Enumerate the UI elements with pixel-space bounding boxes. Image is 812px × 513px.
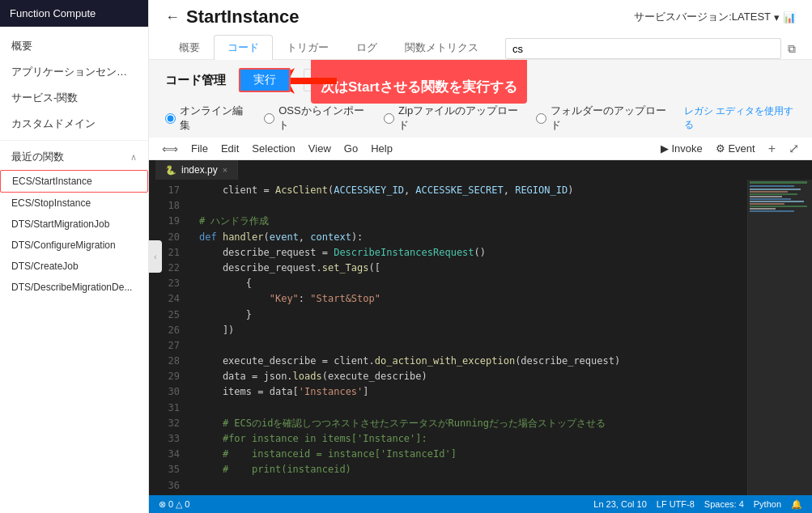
recent-item-dts-configure[interactable]: DTS/ConfigureMigration <box>0 235 148 256</box>
page-title: StartInstance <box>186 6 299 28</box>
editor-actions: ▶ Invoke ⚙ Event + ⤢ <box>661 141 799 156</box>
legacy-editor-link[interactable]: レガシ エディタを使用する <box>684 104 796 132</box>
file-tab-index-py[interactable]: 🐍 index.py × <box>155 160 238 180</box>
editor-menu-left: ⟺ File Edit Selection View Go Help <box>162 142 393 155</box>
help-icon[interactable]: ? <box>380 74 386 87</box>
sidebar-nav: 概要 アプリケーションセンター サービス-関数 カスタムドメイン 最近の関数 ∧… <box>0 27 148 513</box>
recent-item-ecs-start[interactable]: ECS/StartInstance <box>0 170 148 193</box>
editor-menu-edit[interactable]: Edit <box>221 142 239 155</box>
sidebar-item-app-center[interactable]: アプリケーションセンター <box>0 59 148 85</box>
recent-item-dts-create[interactable]: DTS/CreateJob <box>0 256 148 277</box>
service-version: サービスバージョン:LATEST ▾ 📊 <box>634 10 796 24</box>
editor-menu-help[interactable]: Help <box>371 142 393 155</box>
page-header: ← StartInstance サービスバージョン:LATEST ▾ 📊 概要 … <box>149 0 812 60</box>
radio-zip-upload[interactable]: Zipファイルのアップロード <box>384 104 520 133</box>
tab-trigger[interactable]: トリガー <box>273 35 342 60</box>
main-content: ← StartInstance サービスバージョン:LATEST ▾ 📊 概要 … <box>149 0 812 513</box>
status-language[interactable]: Python <box>754 499 781 509</box>
code-minimap <box>747 180 812 495</box>
radio-folder-upload-input[interactable] <box>536 113 546 124</box>
back-title: ← StartInstance <box>165 6 299 28</box>
warning-icon: △ <box>176 499 182 509</box>
radio-folder-upload[interactable]: フォルダーのアップロード <box>536 104 668 133</box>
sidebar-collapse-handle[interactable]: ‹ <box>149 240 162 273</box>
sidebar-item-service-function[interactable]: サービス-関数 <box>0 85 148 111</box>
editor-menu-file[interactable]: File <box>191 142 208 155</box>
status-errors[interactable]: ⊗ 0 △ 0 <box>159 499 189 510</box>
code-mgmt-title: コード管理 <box>165 73 226 88</box>
tab-log[interactable]: ログ <box>342 35 391 60</box>
collapse-icon: ∧ <box>130 152 137 163</box>
file-tab-bar: 🐍 index.py × <box>149 160 812 180</box>
event-button[interactable]: イベント <box>304 69 367 91</box>
python-file-icon: 🐍 <box>165 165 176 176</box>
sidebar-item-custom-domain[interactable]: カスタムドメイン <box>0 111 148 137</box>
tab-overview[interactable]: 概要 <box>165 35 214 60</box>
tab-search-row: ⧉ <box>499 38 796 59</box>
sidebar: Function Compute 概要 アプリケーションセンター サービス-関数… <box>0 0 149 513</box>
line-numbers: 1718192021222324252627282930313233343536… <box>149 180 189 495</box>
recent-item-dts-describe[interactable]: DTS/DescribeMigrationDe... <box>0 277 148 298</box>
code-mgmt-header: コード管理 実行 イベント ? 次はStartさせる関数を実行する <box>149 60 812 99</box>
code-editor: 1718192021222324252627282930313233343536… <box>149 180 812 495</box>
tabs-row: 概要 コード トリガー ログ 関数メトリクス ⧉ <box>165 34 796 59</box>
back-button[interactable]: ← <box>165 9 180 26</box>
recent-functions-header[interactable]: 最近の関数 ∧ <box>0 144 148 170</box>
status-encoding[interactable]: LF UTF-8 <box>657 499 695 509</box>
status-right: Ln 23, Col 10 LF UTF-8 Spaces: 4 Python … <box>593 499 802 510</box>
recent-items-list: ECS/StartInstance ECS/StopInstance DTS/S… <box>0 170 148 298</box>
warning-count: 0 <box>185 499 189 509</box>
status-spaces[interactable]: Spaces: 4 <box>704 499 744 509</box>
editor-file-tree-icon[interactable]: ⟺ <box>162 142 178 155</box>
code-content[interactable]: client = AcsClient(ACCESSKEY_ID, ACCESSK… <box>189 180 747 495</box>
tab-code[interactable]: コード <box>214 35 273 60</box>
event-button-toolbar[interactable]: ⚙ Event <box>716 142 755 155</box>
editor-menu-view[interactable]: View <box>308 142 331 155</box>
status-position[interactable]: Ln 23, Col 10 <box>593 499 646 509</box>
status-bar: ⊗ 0 △ 0 Ln 23, Col 10 LF UTF-8 Spaces: 4… <box>149 495 812 513</box>
status-bell[interactable]: 🔔 <box>791 499 802 510</box>
chart-icon: 📊 <box>783 11 796 23</box>
tab-search-input[interactable] <box>505 38 781 59</box>
content-area: コード管理 実行 イベント ? 次はStartさせる関数を実行する オンライン編… <box>149 60 812 513</box>
file-tab-close-icon[interactable]: × <box>223 165 227 175</box>
recent-item-ecs-stop[interactable]: ECS/StopInstance <box>0 193 148 214</box>
recent-section: 最近の関数 ∧ ECS/StartInstance ECS/StopInstan… <box>0 140 148 298</box>
tab-copy-icon[interactable]: ⧉ <box>788 42 796 56</box>
add-icon-button[interactable]: + <box>768 142 776 156</box>
error-icon: ⊗ <box>159 499 166 509</box>
radio-online-edit-input[interactable] <box>165 113 176 124</box>
invoke-button[interactable]: ▶ Invoke <box>661 142 703 155</box>
editor-menu-selection[interactable]: Selection <box>252 142 295 155</box>
sidebar-header: Function Compute <box>0 0 148 27</box>
recent-item-dts-start[interactable]: DTS/StartMigrationJob <box>0 214 148 235</box>
sidebar-item-overview[interactable]: 概要 <box>0 33 148 59</box>
error-count: 0 <box>168 499 173 509</box>
radio-row: オンライン編集 OSSからインポート Zipファイルのアップロード フォルダーの… <box>149 99 812 138</box>
tab-metrics[interactable]: 関数メトリクス <box>391 35 492 60</box>
radio-online-edit[interactable]: オンライン編集 <box>165 104 248 133</box>
run-button[interactable]: 実行 <box>239 68 291 92</box>
expand-icon-button[interactable]: ⤢ <box>789 141 799 156</box>
page-title-row: ← StartInstance サービスバージョン:LATEST ▾ 📊 <box>165 6 796 28</box>
code-editor-area: 🐍 index.py × 171819202122232425262728293… <box>149 160 812 495</box>
status-left: ⊗ 0 △ 0 <box>159 499 189 510</box>
editor-menu-go[interactable]: Go <box>344 142 358 155</box>
dropdown-icon[interactable]: ▾ <box>774 11 780 23</box>
radio-oss-import-input[interactable] <box>264 113 274 124</box>
radio-oss-import[interactable]: OSSからインポート <box>264 104 368 133</box>
sidebar-title: Function Compute <box>10 7 96 19</box>
radio-zip-upload-input[interactable] <box>384 113 394 124</box>
editor-toolbar: ⟺ File Edit Selection View Go Help ▶ Inv… <box>149 138 812 160</box>
